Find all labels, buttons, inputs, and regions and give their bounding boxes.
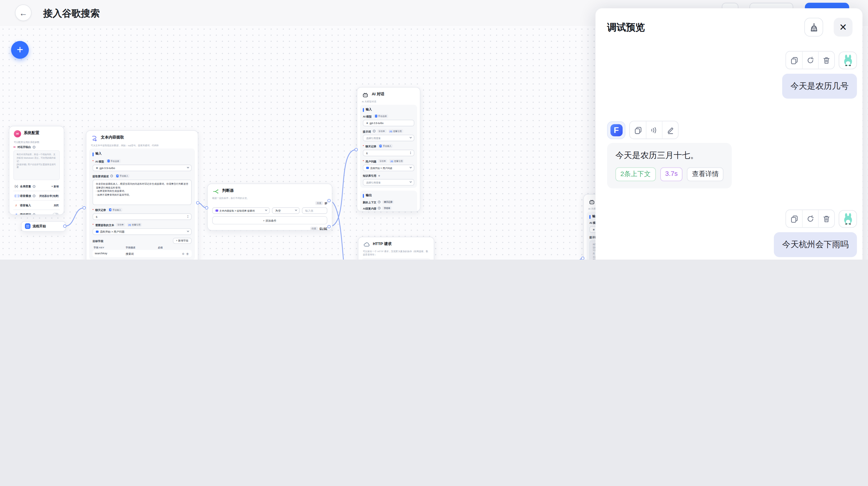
- else-label: ELSE: [319, 227, 327, 230]
- guess-question-toggle[interactable]: [53, 213, 59, 215]
- handle-flowstart-out[interactable]: [63, 224, 66, 227]
- mic-icon: ♬: [14, 203, 18, 207]
- panel-title: 调试预览: [607, 21, 804, 33]
- node-system-config[interactable]: Hi 系统配置 可以配置应用的系统参数 ✉ 对话开场白 ? 每次对话开始前，发送…: [9, 126, 64, 215]
- page-title: 接入谷歌搜索: [43, 7, 100, 20]
- copy-icon[interactable]: [630, 121, 646, 139]
- node-text-extract[interactable]: 文本内容提取 可从文本中提取指定的数据，例如：sql语句、搜索关键词、代码等 输…: [86, 130, 198, 260]
- openai-icon: ❋: [593, 228, 595, 231]
- node-condition[interactable]: 判断器 根据一定的条件，执行不同的分支。 任意IF 文本内容提取 > 提取结果-…: [207, 183, 332, 231]
- node-ai-chat[interactable]: AI 对话 AI 大模型对话 输入 AI 模型 ●手动选择 ❋gpt-3.5-t…: [357, 87, 421, 212]
- tts-value[interactable]: 浏览器自带(免费): [39, 194, 59, 197]
- field-row: searchKey 搜索词 ⚙ 🗑: [93, 250, 192, 257]
- add-condition-button[interactable]: + 添加条件: [212, 216, 327, 224]
- bulb-icon: ☀: [14, 213, 18, 215]
- sound-play-icon: ((·)): [14, 194, 18, 197]
- kb-select[interactable]: 选择引用变量: [363, 179, 414, 186]
- handle-extract-in[interactable]: [83, 206, 86, 210]
- openai-icon: ❋: [96, 166, 98, 170]
- model-select[interactable]: ❋gpt-3.5-turbo: [93, 164, 192, 171]
- gear-icon[interactable]: ⚙: [182, 252, 184, 255]
- extract-source-select[interactable]: 流程开始 > 用户问题: [93, 228, 192, 235]
- debug-preview-panel: 调试预览 ✕ 今天是农历几号: [595, 8, 862, 260]
- condition-icon: [212, 188, 219, 195]
- retry-icon[interactable]: [802, 52, 818, 69]
- clear-history-button[interactable]: [804, 18, 823, 37]
- opening-textarea[interactable]: 每次对话开始前，发送一个初始内容。支持标准 Markdown 语法，可使用的额外…: [13, 150, 60, 180]
- condition-left-select[interactable]: 文本内容提取 > 提取结果-搜索词: [212, 207, 270, 214]
- condition-value-input[interactable]: 输入值: [302, 207, 327, 214]
- add-node-button[interactable]: +: [11, 41, 29, 59]
- openai-icon: ❋: [366, 122, 368, 124]
- handle-aichat2-in[interactable]: [581, 256, 584, 260]
- copy-icon[interactable]: [786, 52, 802, 69]
- add-field-button[interactable]: + 新增字段: [173, 238, 192, 244]
- if-label: IF: [325, 202, 328, 205]
- handle-condition-in[interactable]: [205, 206, 208, 210]
- chat-history: 今天是农历几号 F 今天是农历三月十七。 2条上下文 3.7s: [595, 40, 862, 260]
- history-count-input[interactable]: 6▴▾: [93, 213, 192, 220]
- http-request-icon: [363, 241, 370, 248]
- retry-icon[interactable]: [802, 210, 818, 227]
- model-select[interactable]: ❋gpt-3.5-turbo: [363, 120, 414, 126]
- kb-icon: ❖: [378, 174, 380, 177]
- copy-icon[interactable]: [786, 210, 802, 227]
- handle-else-out[interactable]: [328, 225, 331, 228]
- history-count-input[interactable]: 6▴▾: [363, 150, 414, 156]
- manual-input-badge: ▮手动输入: [115, 174, 130, 178]
- user-message: 今天是农历几号: [607, 51, 857, 98]
- user-bubble: 今天是农历几号: [782, 74, 857, 98]
- ai-chat-icon: [588, 198, 595, 205]
- user-message: 今天杭州会下雨吗: [607, 210, 857, 257]
- edit-icon[interactable]: [662, 121, 678, 139]
- extract-desc-textarea[interactable]: 你是谷歌搜索机器人，根据当前问的问题和对话记录生成搜索词。你需要自行判断是否需要…: [93, 180, 192, 205]
- question-select[interactable]: 流程开始 > 用户问题: [363, 164, 414, 171]
- ai-chat-icon: [362, 91, 369, 98]
- user-bubble: 今天杭州会下雨吗: [774, 232, 857, 257]
- flow-start-icon: [25, 223, 30, 229]
- node-http-request[interactable]: HTTP 请求 可以发出一个 HTTP 请求，实现更为复杂的操作（联网搜索、数据…: [358, 237, 434, 260]
- ai-bubble: 今天是农历三月十七。 2条上下文 3.7s 查看详情: [607, 143, 732, 188]
- handle-if-out[interactable]: [328, 199, 331, 202]
- voice-input-value[interactable]: 关闭: [54, 204, 59, 206]
- prompt-select[interactable]: 选择引用变量: [363, 135, 414, 141]
- read-aloud-icon[interactable]: [646, 121, 662, 139]
- text-extract-icon: [91, 135, 98, 142]
- trash-icon[interactable]: [818, 210, 834, 227]
- ai-avatar: F: [607, 121, 625, 139]
- back-button[interactable]: ←: [15, 4, 32, 21]
- close-panel-button[interactable]: ✕: [834, 18, 852, 37]
- view-detail-button[interactable]: 查看详情: [687, 167, 724, 181]
- trash-icon[interactable]: [818, 52, 834, 69]
- system-config-icon: Hi: [14, 130, 21, 137]
- app: Hi 系统配置 可以配置应用的系统参数 ✉ 对话开场白 ? 每次对话开始前，发送…: [0, 0, 868, 260]
- help-icon: ?: [33, 146, 35, 148]
- context-count-tag: 2条上下文: [615, 167, 656, 181]
- braces-icon: {x}: [14, 185, 18, 188]
- handle-extract-out[interactable]: [196, 201, 199, 205]
- manual-select-badge: ●手动选择: [106, 159, 121, 163]
- condition-op-select[interactable]: 为空: [272, 207, 300, 214]
- add-global-var-button[interactable]: + 新增: [52, 185, 59, 187]
- user-avatar: [839, 210, 857, 227]
- node-flow-start[interactable]: 流程开始: [21, 221, 66, 232]
- trash-icon[interactable]: 🗑: [186, 252, 189, 255]
- user-avatar: [839, 51, 857, 69]
- response-time-tag: 3.7s: [660, 167, 683, 181]
- handle-aichat-in[interactable]: [354, 148, 358, 151]
- ai-message: F 今天是农历三月十七。 2条上下文 3.7s 查看详情: [607, 121, 857, 188]
- chat-bubble-icon: ✉: [13, 145, 16, 149]
